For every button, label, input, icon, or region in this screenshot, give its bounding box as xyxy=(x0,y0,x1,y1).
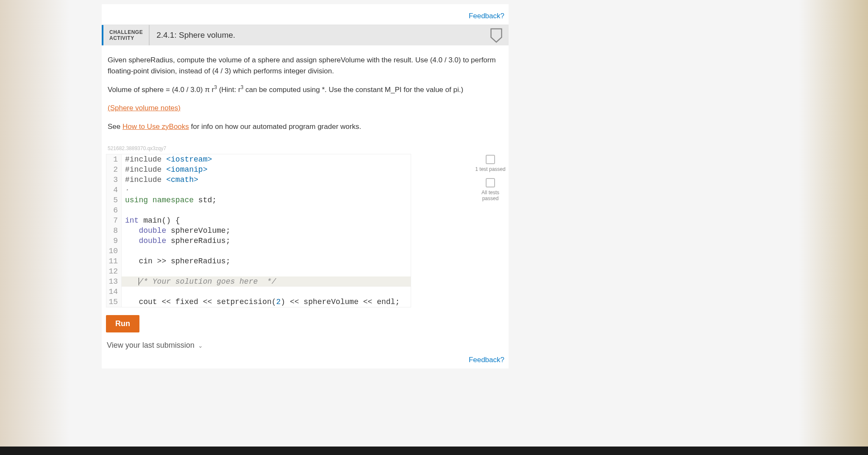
all-tests-label: All tests passed xyxy=(475,190,506,201)
editor-area: 1#include <iostream>2#include <iomanip>3… xyxy=(102,152,509,309)
howto-paragraph: See How to Use zyBooks for info on how o… xyxy=(108,121,503,132)
code-line[interactable]: 10 xyxy=(106,246,411,256)
formula-sup1: 3 xyxy=(214,84,217,90)
activity-instructions: Given sphereRadius, compute the volume o… xyxy=(102,45,509,144)
code-line[interactable]: 12 xyxy=(106,266,411,276)
all-tests-checkbox-icon xyxy=(486,178,495,187)
code-line[interactable]: 6 xyxy=(106,205,411,215)
activity-hash: 521682.3889370.qx3zqy7 xyxy=(102,144,509,152)
formula-suffix: can be computed using *. Use the constan… xyxy=(243,86,463,94)
feedback-bottom-row: Feedback? xyxy=(102,353,509,368)
feedback-link-top[interactable]: Feedback? xyxy=(469,12,504,20)
how-to-use-zybooks-link[interactable]: How to Use zyBooks xyxy=(122,123,189,131)
code-content[interactable]: · xyxy=(122,185,411,195)
code-line[interactable]: 8 double sphereVolume; xyxy=(106,226,411,236)
code-line[interactable]: 11 cin >> sphereRadius; xyxy=(106,256,411,266)
code-content[interactable]: cout << fixed << setprecision(2) << sphe… xyxy=(122,297,411,307)
sphere-volume-notes-link[interactable]: (Sphere volume notes) xyxy=(108,104,181,112)
line-number: 4 xyxy=(106,185,122,195)
test-status-column: 1 test passed All tests passed xyxy=(475,152,509,206)
test-1-label: 1 test passed xyxy=(475,167,505,172)
code-line[interactable]: 3#include <cmath> xyxy=(106,175,411,185)
code-line[interactable]: 4· xyxy=(106,185,411,195)
code-content[interactable]: #include <iostream> xyxy=(122,154,411,165)
code-content[interactable]: double sphereVolume; xyxy=(122,226,411,236)
line-number: 11 xyxy=(106,256,122,266)
activity-tag: CHALLENGE ACTIVITY xyxy=(103,25,150,45)
view-last-submission-label: View your last submission xyxy=(107,341,195,350)
code-line[interactable]: 2#include <iomanip> xyxy=(106,165,411,175)
feedback-top-row: Feedback? xyxy=(102,4,509,25)
code-content[interactable]: using namespace std; xyxy=(122,195,411,205)
line-number: 14 xyxy=(106,287,122,297)
formula-mid: (Hint: r xyxy=(217,86,241,94)
view-last-submission-toggle[interactable]: View your last submission ⌄ xyxy=(102,333,509,353)
code-line[interactable]: 5using namespace std; xyxy=(106,195,411,205)
activity-tag-line1: CHALLENGE xyxy=(109,29,143,35)
instruction-paragraph-2: Volume of sphere = (4.0 / 3.0) π r3 (Hin… xyxy=(108,84,503,95)
line-number: 1 xyxy=(106,154,122,165)
line-number: 6 xyxy=(106,205,122,215)
line-number: 15 xyxy=(106,297,122,307)
instruction-paragraph-1: Given sphereRadius, compute the volume o… xyxy=(108,55,503,76)
activity-header: CHALLENGE ACTIVITY 2.4.1: Sphere volume. xyxy=(102,25,509,45)
code-editor[interactable]: 1#include <iostream>2#include <iomanip>3… xyxy=(106,154,411,307)
line-number: 8 xyxy=(106,226,122,236)
code-line[interactable]: 7int main() { xyxy=(106,215,411,226)
feedback-link-bottom[interactable]: Feedback? xyxy=(469,356,504,364)
activity-tag-line2: ACTIVITY xyxy=(109,35,143,41)
line-number: 10 xyxy=(106,246,122,256)
completion-shield-icon xyxy=(490,28,503,43)
code-content[interactable]: cin >> sphereRadius; xyxy=(122,256,411,266)
challenge-activity-card: CHALLENGE ACTIVITY 2.4.1: Sphere volume.… xyxy=(102,25,509,368)
line-number: 7 xyxy=(106,215,122,226)
line-number: 5 xyxy=(106,195,122,205)
code-content[interactable]: #include <iomanip> xyxy=(122,165,411,175)
code-line[interactable]: 15 cout << fixed << setprecision(2) << s… xyxy=(106,297,411,307)
notes-link-paragraph: (Sphere volume notes) xyxy=(108,103,503,114)
run-row: Run xyxy=(102,309,509,333)
chevron-down-icon: ⌄ xyxy=(198,342,203,349)
line-number: 2 xyxy=(106,165,122,175)
formula-prefix: Volume of sphere = (4.0 / 3.0) π r xyxy=(108,86,214,94)
activity-title: 2.4.1: Sphere volume. xyxy=(150,25,484,45)
line-number: 3 xyxy=(106,175,122,185)
run-button[interactable]: Run xyxy=(106,315,139,332)
code-line[interactable]: 14 xyxy=(106,287,411,297)
code-content[interactable]: int main() { xyxy=(122,215,411,226)
see-suffix: for info on how our automated program gr… xyxy=(189,123,361,131)
code-line[interactable]: 13 /* Your solution goes here */ xyxy=(106,276,411,287)
test-1-checkbox-icon xyxy=(486,155,495,164)
code-content[interactable]: /* Your solution goes here */ xyxy=(122,276,411,287)
code-line[interactable]: 9 double sphereRadius; xyxy=(106,236,411,246)
laptop-bezel xyxy=(0,447,868,455)
line-number: 9 xyxy=(106,236,122,246)
code-content[interactable]: #include <cmath> xyxy=(122,175,411,185)
line-number: 13 xyxy=(106,276,122,287)
see-prefix: See xyxy=(108,123,122,131)
line-number: 12 xyxy=(106,266,122,276)
code-content[interactable]: double sphereRadius; xyxy=(122,236,411,246)
code-line[interactable]: 1#include <iostream> xyxy=(106,154,411,165)
